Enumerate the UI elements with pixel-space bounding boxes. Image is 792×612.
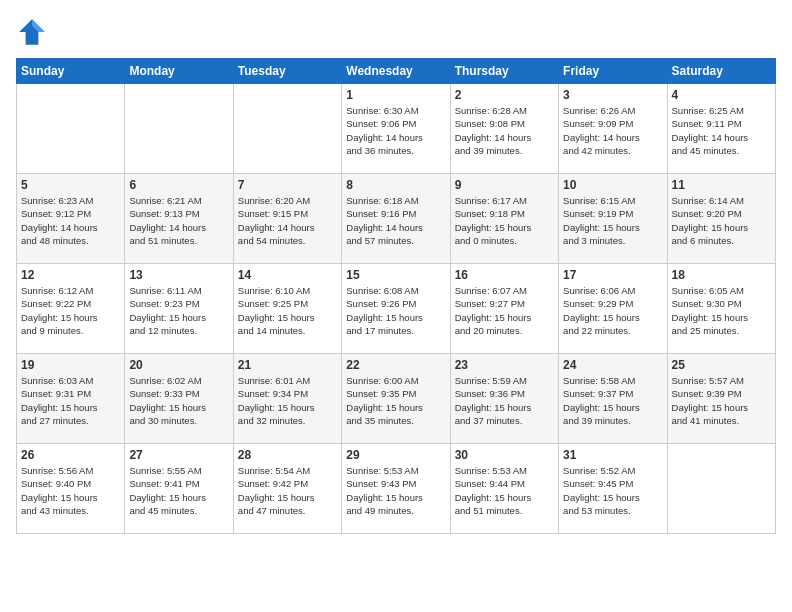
weekday-header-saturday: Saturday — [667, 59, 775, 84]
day-info: Sunrise: 5:54 AM Sunset: 9:42 PM Dayligh… — [238, 464, 337, 517]
day-number: 15 — [346, 268, 445, 282]
day-info: Sunrise: 6:30 AM Sunset: 9:06 PM Dayligh… — [346, 104, 445, 157]
calendar-cell: 28Sunrise: 5:54 AM Sunset: 9:42 PM Dayli… — [233, 444, 341, 534]
calendar-cell: 20Sunrise: 6:02 AM Sunset: 9:33 PM Dayli… — [125, 354, 233, 444]
weekday-header-tuesday: Tuesday — [233, 59, 341, 84]
calendar-week-row: 5Sunrise: 6:23 AM Sunset: 9:12 PM Daylig… — [17, 174, 776, 264]
day-number: 10 — [563, 178, 662, 192]
calendar-cell — [125, 84, 233, 174]
day-number: 30 — [455, 448, 554, 462]
calendar-cell: 22Sunrise: 6:00 AM Sunset: 9:35 PM Dayli… — [342, 354, 450, 444]
day-number: 23 — [455, 358, 554, 372]
day-info: Sunrise: 6:05 AM Sunset: 9:30 PM Dayligh… — [672, 284, 771, 337]
calendar-week-row: 12Sunrise: 6:12 AM Sunset: 9:22 PM Dayli… — [17, 264, 776, 354]
weekday-header-monday: Monday — [125, 59, 233, 84]
weekday-header-thursday: Thursday — [450, 59, 558, 84]
calendar-cell: 2Sunrise: 6:28 AM Sunset: 9:08 PM Daylig… — [450, 84, 558, 174]
day-number: 7 — [238, 178, 337, 192]
day-number: 3 — [563, 88, 662, 102]
calendar-cell: 5Sunrise: 6:23 AM Sunset: 9:12 PM Daylig… — [17, 174, 125, 264]
day-number: 24 — [563, 358, 662, 372]
calendar-cell: 13Sunrise: 6:11 AM Sunset: 9:23 PM Dayli… — [125, 264, 233, 354]
calendar-cell — [17, 84, 125, 174]
calendar-cell: 21Sunrise: 6:01 AM Sunset: 9:34 PM Dayli… — [233, 354, 341, 444]
day-info: Sunrise: 6:11 AM Sunset: 9:23 PM Dayligh… — [129, 284, 228, 337]
calendar-cell: 3Sunrise: 6:26 AM Sunset: 9:09 PM Daylig… — [559, 84, 667, 174]
day-number: 1 — [346, 88, 445, 102]
day-info: Sunrise: 5:52 AM Sunset: 9:45 PM Dayligh… — [563, 464, 662, 517]
day-number: 21 — [238, 358, 337, 372]
day-number: 16 — [455, 268, 554, 282]
calendar-cell — [233, 84, 341, 174]
day-info: Sunrise: 6:28 AM Sunset: 9:08 PM Dayligh… — [455, 104, 554, 157]
day-number: 13 — [129, 268, 228, 282]
weekday-header-wednesday: Wednesday — [342, 59, 450, 84]
logo-icon — [16, 16, 48, 48]
calendar-week-row: 1Sunrise: 6:30 AM Sunset: 9:06 PM Daylig… — [17, 84, 776, 174]
calendar-cell: 18Sunrise: 6:05 AM Sunset: 9:30 PM Dayli… — [667, 264, 775, 354]
calendar-body: 1Sunrise: 6:30 AM Sunset: 9:06 PM Daylig… — [17, 84, 776, 534]
day-number: 27 — [129, 448, 228, 462]
calendar-cell: 1Sunrise: 6:30 AM Sunset: 9:06 PM Daylig… — [342, 84, 450, 174]
calendar-cell: 19Sunrise: 6:03 AM Sunset: 9:31 PM Dayli… — [17, 354, 125, 444]
calendar-week-row: 19Sunrise: 6:03 AM Sunset: 9:31 PM Dayli… — [17, 354, 776, 444]
day-info: Sunrise: 6:18 AM Sunset: 9:16 PM Dayligh… — [346, 194, 445, 247]
calendar-cell: 6Sunrise: 6:21 AM Sunset: 9:13 PM Daylig… — [125, 174, 233, 264]
day-info: Sunrise: 6:17 AM Sunset: 9:18 PM Dayligh… — [455, 194, 554, 247]
day-info: Sunrise: 6:02 AM Sunset: 9:33 PM Dayligh… — [129, 374, 228, 427]
day-info: Sunrise: 6:14 AM Sunset: 9:20 PM Dayligh… — [672, 194, 771, 247]
day-info: Sunrise: 5:55 AM Sunset: 9:41 PM Dayligh… — [129, 464, 228, 517]
day-info: Sunrise: 6:08 AM Sunset: 9:26 PM Dayligh… — [346, 284, 445, 337]
calendar-cell: 31Sunrise: 5:52 AM Sunset: 9:45 PM Dayli… — [559, 444, 667, 534]
day-number: 31 — [563, 448, 662, 462]
day-info: Sunrise: 5:53 AM Sunset: 9:44 PM Dayligh… — [455, 464, 554, 517]
day-number: 18 — [672, 268, 771, 282]
calendar-cell: 8Sunrise: 6:18 AM Sunset: 9:16 PM Daylig… — [342, 174, 450, 264]
calendar-cell: 15Sunrise: 6:08 AM Sunset: 9:26 PM Dayli… — [342, 264, 450, 354]
weekday-header-row: SundayMondayTuesdayWednesdayThursdayFrid… — [17, 59, 776, 84]
calendar-week-row: 26Sunrise: 5:56 AM Sunset: 9:40 PM Dayli… — [17, 444, 776, 534]
calendar-cell: 27Sunrise: 5:55 AM Sunset: 9:41 PM Dayli… — [125, 444, 233, 534]
calendar-cell: 4Sunrise: 6:25 AM Sunset: 9:11 PM Daylig… — [667, 84, 775, 174]
calendar-cell: 24Sunrise: 5:58 AM Sunset: 9:37 PM Dayli… — [559, 354, 667, 444]
calendar-cell: 17Sunrise: 6:06 AM Sunset: 9:29 PM Dayli… — [559, 264, 667, 354]
calendar-cell: 29Sunrise: 5:53 AM Sunset: 9:43 PM Dayli… — [342, 444, 450, 534]
calendar-cell: 12Sunrise: 6:12 AM Sunset: 9:22 PM Dayli… — [17, 264, 125, 354]
day-info: Sunrise: 6:01 AM Sunset: 9:34 PM Dayligh… — [238, 374, 337, 427]
day-number: 12 — [21, 268, 120, 282]
calendar-cell — [667, 444, 775, 534]
day-info: Sunrise: 6:26 AM Sunset: 9:09 PM Dayligh… — [563, 104, 662, 157]
calendar-cell: 25Sunrise: 5:57 AM Sunset: 9:39 PM Dayli… — [667, 354, 775, 444]
day-info: Sunrise: 6:20 AM Sunset: 9:15 PM Dayligh… — [238, 194, 337, 247]
day-info: Sunrise: 5:59 AM Sunset: 9:36 PM Dayligh… — [455, 374, 554, 427]
calendar-cell: 9Sunrise: 6:17 AM Sunset: 9:18 PM Daylig… — [450, 174, 558, 264]
day-info: Sunrise: 6:00 AM Sunset: 9:35 PM Dayligh… — [346, 374, 445, 427]
day-number: 29 — [346, 448, 445, 462]
day-number: 19 — [21, 358, 120, 372]
calendar-cell: 11Sunrise: 6:14 AM Sunset: 9:20 PM Dayli… — [667, 174, 775, 264]
day-number: 5 — [21, 178, 120, 192]
day-number: 26 — [21, 448, 120, 462]
day-number: 25 — [672, 358, 771, 372]
calendar-cell: 23Sunrise: 5:59 AM Sunset: 9:36 PM Dayli… — [450, 354, 558, 444]
day-info: Sunrise: 5:58 AM Sunset: 9:37 PM Dayligh… — [563, 374, 662, 427]
calendar-cell: 7Sunrise: 6:20 AM Sunset: 9:15 PM Daylig… — [233, 174, 341, 264]
day-number: 20 — [129, 358, 228, 372]
calendar-cell: 26Sunrise: 5:56 AM Sunset: 9:40 PM Dayli… — [17, 444, 125, 534]
day-number: 9 — [455, 178, 554, 192]
day-info: Sunrise: 6:21 AM Sunset: 9:13 PM Dayligh… — [129, 194, 228, 247]
day-number: 17 — [563, 268, 662, 282]
page-header — [16, 16, 776, 48]
day-info: Sunrise: 5:56 AM Sunset: 9:40 PM Dayligh… — [21, 464, 120, 517]
day-info: Sunrise: 6:03 AM Sunset: 9:31 PM Dayligh… — [21, 374, 120, 427]
day-number: 8 — [346, 178, 445, 192]
day-number: 6 — [129, 178, 228, 192]
calendar-cell: 16Sunrise: 6:07 AM Sunset: 9:27 PM Dayli… — [450, 264, 558, 354]
day-info: Sunrise: 5:53 AM Sunset: 9:43 PM Dayligh… — [346, 464, 445, 517]
day-info: Sunrise: 6:25 AM Sunset: 9:11 PM Dayligh… — [672, 104, 771, 157]
weekday-header-friday: Friday — [559, 59, 667, 84]
day-info: Sunrise: 6:12 AM Sunset: 9:22 PM Dayligh… — [21, 284, 120, 337]
day-number: 4 — [672, 88, 771, 102]
calendar-header: SundayMondayTuesdayWednesdayThursdayFrid… — [17, 59, 776, 84]
day-number: 28 — [238, 448, 337, 462]
